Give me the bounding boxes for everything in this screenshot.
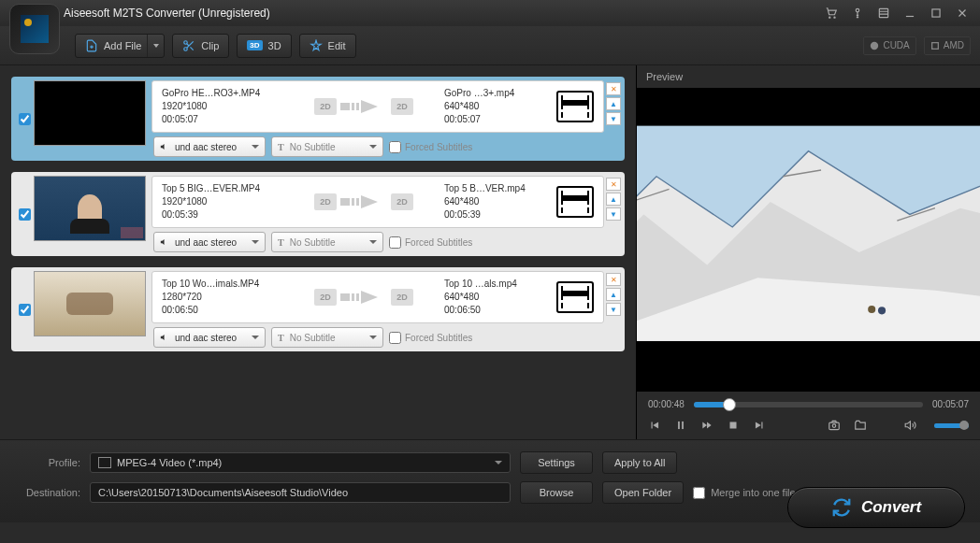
- audio-track-select[interactable]: und aac stereo: [153, 327, 266, 348]
- svg-point-2: [856, 8, 859, 12]
- volume-icon[interactable]: [904, 419, 917, 432]
- preview-video[interactable]: [637, 88, 980, 392]
- profile-select[interactable]: MPEG-4 Video (*.mp4): [90, 452, 511, 473]
- settings-button[interactable]: Settings: [520, 451, 593, 474]
- svg-point-14: [868, 306, 875, 313]
- svg-rect-17: [682, 422, 684, 429]
- open-folder-button[interactable]: [854, 419, 867, 432]
- remove-item-button[interactable]: ✕: [606, 82, 621, 95]
- destination-label: Destination:: [15, 487, 80, 498]
- forced-subtitles-check[interactable]: Forced Subtitles: [389, 141, 472, 153]
- toolbar: Add File Clip 3D 3D Edit CUDA AMD: [0, 26, 980, 65]
- file-thumbnail[interactable]: [34, 80, 146, 146]
- svg-point-15: [878, 307, 886, 314]
- format-icon: [556, 91, 594, 122]
- fast-forward-button[interactable]: [700, 419, 713, 432]
- remove-item-button[interactable]: ✕: [606, 273, 621, 286]
- svg-point-5: [184, 40, 188, 44]
- profile-format-icon: [98, 457, 111, 468]
- svg-point-6: [184, 47, 188, 50]
- browse-button[interactable]: Browse: [520, 481, 593, 504]
- move-down-button[interactable]: ▼: [606, 303, 621, 316]
- conversion-arrow: 2D 2D: [283, 98, 444, 115]
- cart-icon[interactable]: [821, 5, 842, 21]
- file-item[interactable]: Top 10 Wo…imals.MP41280*72000:06:50 2D 2…: [11, 267, 625, 351]
- add-file-button[interactable]: Add File: [75, 34, 165, 58]
- snapshot-button[interactable]: [828, 419, 841, 432]
- source-info: Top 5 BIG…EVER.MP41920*108000:05:39: [162, 182, 283, 221]
- move-up-button[interactable]: ▲: [606, 97, 621, 110]
- svg-rect-3: [879, 8, 887, 17]
- forced-subtitles-check[interactable]: Forced Subtitles: [389, 332, 472, 344]
- svg-point-1: [834, 17, 835, 18]
- file-checkbox[interactable]: [19, 208, 31, 221]
- move-up-button[interactable]: ▲: [606, 288, 621, 301]
- svg-rect-18: [730, 422, 737, 429]
- edit-button[interactable]: Edit: [299, 34, 356, 58]
- maximize-button[interactable]: [926, 5, 946, 21]
- audio-track-select[interactable]: und aac stereo: [153, 232, 266, 252]
- time-total: 00:05:07: [932, 399, 969, 409]
- conversion-arrow: 2D 2D: [283, 289, 444, 306]
- add-file-dropdown[interactable]: [147, 35, 164, 57]
- cuda-badge[interactable]: CUDA: [863, 36, 915, 55]
- pause-button[interactable]: [674, 419, 687, 432]
- source-info: Top 10 Wo…imals.MP41280*72000:06:50: [162, 278, 283, 317]
- 3d-button[interactable]: 3D 3D: [237, 34, 291, 58]
- convert-button[interactable]: Convert: [787, 487, 965, 528]
- svg-rect-8: [931, 42, 938, 49]
- output-info: Top 5 B…VER.mp4640*48000:05:39: [444, 182, 556, 221]
- merge-checkbox[interactable]: Merge into one file: [693, 487, 796, 499]
- remove-item-button[interactable]: ✕: [606, 178, 621, 191]
- app-title: Aiseesoft M2TS Converter (Unregistered): [64, 7, 270, 20]
- scissors-icon: [182, 39, 195, 52]
- time-current: 00:00:48: [648, 399, 685, 409]
- apply-to-all-button[interactable]: Apply to All: [602, 451, 677, 474]
- svg-point-0: [829, 17, 830, 18]
- forced-subtitles-check[interactable]: Forced Subtitles: [389, 236, 472, 249]
- destination-input[interactable]: C:\Users\20150713\Documents\Aiseesoft St…: [90, 482, 511, 503]
- subtitle-select[interactable]: TNo Subtitle: [271, 136, 383, 157]
- minimize-button[interactable]: [900, 5, 920, 21]
- subtitle-select[interactable]: TNo Subtitle: [271, 232, 383, 252]
- conversion-arrow: 2D 2D: [283, 193, 444, 210]
- file-thumbnail[interactable]: [34, 176, 146, 241]
- file-item[interactable]: Top 5 BIG…EVER.MP41920*108000:05:39 2D 2…: [11, 172, 625, 256]
- open-folder-button[interactable]: Open Folder: [602, 481, 684, 504]
- clip-button[interactable]: Clip: [172, 34, 229, 58]
- file-thumbnail[interactable]: [34, 271, 146, 336]
- subtitle-select[interactable]: TNo Subtitle: [271, 327, 383, 348]
- profile-label: Profile:: [15, 457, 80, 468]
- audio-track-select[interactable]: und aac stereo: [153, 136, 266, 157]
- output-info: Top 10 …als.mp4640*48000:06:50: [444, 278, 556, 317]
- move-down-button[interactable]: ▼: [606, 207, 621, 221]
- move-down-button[interactable]: ▼: [606, 112, 621, 125]
- prev-button[interactable]: [648, 419, 661, 432]
- volume-slider[interactable]: [934, 423, 970, 428]
- svg-point-7: [871, 41, 878, 49]
- file-list: GoPro HE…RO3+.MP41920*108000:05:07 2D 2D…: [0, 65, 636, 439]
- seek-slider[interactable]: [694, 402, 923, 407]
- file-checkbox[interactable]: [19, 304, 31, 316]
- format-icon: [556, 186, 594, 218]
- amd-badge[interactable]: AMD: [924, 36, 971, 55]
- stop-button[interactable]: [727, 419, 740, 432]
- close-button[interactable]: [952, 5, 973, 21]
- file-checkbox[interactable]: [19, 113, 31, 125]
- title-bar: Aiseesoft M2TS Converter (Unregistered): [0, 0, 980, 26]
- menu-icon[interactable]: [873, 5, 894, 21]
- app-logo: [9, 4, 60, 54]
- preview-label: Preview: [637, 65, 980, 88]
- 3d-icon: 3D: [247, 40, 262, 50]
- svg-rect-16: [678, 422, 680, 429]
- add-file-icon: [85, 39, 98, 52]
- format-icon: [556, 281, 594, 313]
- edit-icon: [310, 39, 323, 52]
- svg-rect-4: [932, 9, 940, 17]
- file-item[interactable]: GoPro HE…RO3+.MP41920*108000:05:07 2D 2D…: [11, 77, 625, 161]
- next-button[interactable]: [753, 419, 766, 432]
- key-icon[interactable]: [847, 5, 868, 21]
- svg-point-20: [832, 424, 836, 428]
- source-info: GoPro HE…RO3+.MP41920*108000:05:07: [162, 87, 283, 126]
- move-up-button[interactable]: ▲: [606, 193, 621, 206]
